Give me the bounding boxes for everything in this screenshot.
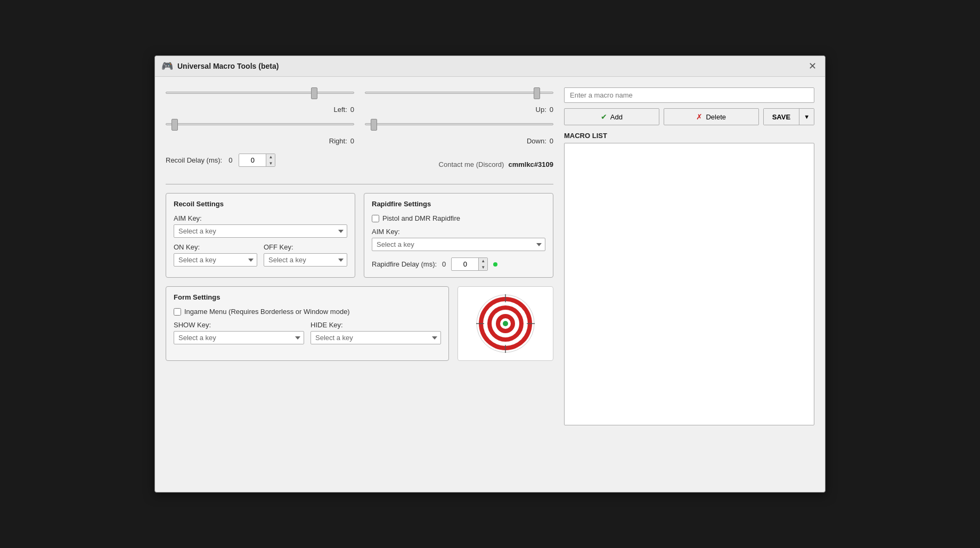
left-slider[interactable] <box>166 87 354 98</box>
rapidfire-delay-val1: 0 <box>442 260 446 268</box>
left-slider-container <box>166 87 354 103</box>
x-icon: ✗ <box>696 112 703 121</box>
up-slider-label-row: Up: 0 <box>365 106 553 114</box>
form-settings-box: Form Settings Ingame Menu (Requires Bord… <box>166 286 449 361</box>
rapidfire-delay-spinbox: ▲ ▼ <box>451 257 488 271</box>
delete-button[interactable]: ✗ Delete <box>664 108 759 125</box>
svg-point-7 <box>503 321 508 326</box>
delay-contact-row: Recoil Delay (ms): 0 ▲ ▼ Contact me (Dis… <box>166 154 553 175</box>
macro-list-area <box>564 143 814 425</box>
down-slider[interactable] <box>365 119 553 130</box>
target-image <box>458 286 553 361</box>
hide-key-select[interactable]: Select a key F1 F2 <box>311 331 441 344</box>
right-slider-container <box>166 119 354 135</box>
rapidfire-settings-title: Rapidfire Settings <box>372 200 545 208</box>
save-button[interactable]: SAVE <box>764 109 799 125</box>
right-value: 0 <box>350 137 354 145</box>
up-slider[interactable] <box>365 87 553 98</box>
recoil-aim-key-select[interactable]: Select a key Left Mouse Right Mouse Midd… <box>174 224 347 238</box>
title-bar-left: 🎮 Universal Macro Tools (beta) <box>161 60 279 72</box>
rapidfire-delay-label: Rapidfire Delay (ms): <box>372 260 437 268</box>
delete-label: Delete <box>706 113 726 121</box>
macro-list-label: MACRO LIST <box>564 132 814 140</box>
left-label: Left: <box>333 106 347 114</box>
off-key-label: OFF Key: <box>264 243 347 251</box>
slider-row-2: Right: 0 Down: 0 <box>166 119 553 145</box>
right-slider-label-row: Right: 0 <box>166 137 354 145</box>
rapidfire-spinbox-buttons: ▲ ▼ <box>478 258 487 270</box>
rapidfire-spinbox-down-btn[interactable]: ▼ <box>479 264 487 271</box>
target-svg <box>471 292 540 356</box>
app-icon: 🎮 <box>161 60 173 72</box>
spinbox-down-btn[interactable]: ▼ <box>266 160 275 167</box>
right-label: Right: <box>329 137 347 145</box>
rapidfire-spinbox-up-btn[interactable]: ▲ <box>479 258 487 264</box>
left-slider-group: Left: 0 <box>166 87 354 114</box>
green-indicator <box>493 262 497 267</box>
close-button[interactable]: ✕ <box>806 61 819 71</box>
on-key-label: ON Key: <box>174 243 257 251</box>
on-key-select[interactable]: Select a key F1 F2 <box>174 253 257 267</box>
down-label: Down: <box>527 137 546 145</box>
macro-buttons-row: ✔ Add ✗ Delete SAVE ▼ <box>564 108 814 125</box>
on-off-row: ON Key: Select a key F1 F2 OFF Key: Sele… <box>174 243 347 267</box>
recoil-delay-row: Recoil Delay (ms): 0 ▲ ▼ <box>166 154 275 167</box>
settings-row: Recoil Settings AIM Key: Select a key Le… <box>166 193 553 278</box>
add-button[interactable]: ✔ Add <box>564 108 659 125</box>
macro-name-input[interactable] <box>564 87 814 103</box>
left-value: 0 <box>350 106 354 114</box>
sliders-section: Left: 0 Up: 0 <box>166 87 553 145</box>
off-key-select[interactable]: Select a key F1 F2 <box>264 253 347 267</box>
right-slider[interactable] <box>166 119 354 130</box>
down-slider-label-row: Down: 0 <box>365 137 553 145</box>
ingame-menu-label: Ingame Menu (Requires Borderless or Wind… <box>184 308 350 316</box>
down-value: 0 <box>550 137 553 145</box>
spinbox-up-btn[interactable]: ▲ <box>266 154 275 160</box>
save-group: SAVE ▼ <box>763 108 814 125</box>
slider-row-1: Left: 0 Up: 0 <box>166 87 553 114</box>
spinbox-buttons: ▲ ▼ <box>266 154 275 166</box>
left-slider-label-row: Left: 0 <box>166 106 354 114</box>
up-slider-container <box>365 87 553 103</box>
window-title: Universal Macro Tools (beta) <box>177 62 279 70</box>
show-hide-row: SHOW Key: Select a key F1 F2 HIDE Key: S… <box>174 321 441 344</box>
rapidfire-checkbox-label: Pistol and DMR Rapidfire <box>382 214 460 222</box>
divider <box>166 184 553 184</box>
right-panel: ✔ Add ✗ Delete SAVE ▼ MACRO LIST <box>564 87 814 425</box>
show-key-group: SHOW Key: Select a key F1 F2 <box>174 321 304 344</box>
main-window: 🎮 Universal Macro Tools (beta) ✕ Left: <box>154 55 826 493</box>
save-dropdown-button[interactable]: ▼ <box>799 109 814 125</box>
form-settings-title: Form Settings <box>174 293 441 301</box>
rapidfire-aim-key-select[interactable]: Select a key Left Mouse Right Mouse <box>372 238 545 251</box>
rapidfire-delay-input[interactable] <box>452 259 478 269</box>
title-bar: 🎮 Universal Macro Tools (beta) ✕ <box>155 56 825 77</box>
show-key-label: SHOW Key: <box>174 321 304 329</box>
recoil-settings-box: Recoil Settings AIM Key: Select a key Le… <box>166 193 355 278</box>
rapidfire-checkbox-row: Pistol and DMR Rapidfire <box>372 214 545 222</box>
rapidfire-aim-key-label: AIM Key: <box>372 228 545 236</box>
check-icon: ✔ <box>601 112 607 121</box>
add-label: Add <box>610 113 623 121</box>
recoil-delay-spinbox: ▲ ▼ <box>239 154 275 167</box>
left-panel: Left: 0 Up: 0 <box>166 87 553 425</box>
rapidfire-checkbox[interactable] <box>372 215 379 222</box>
ingame-menu-checkbox-row: Ingame Menu (Requires Borderless or Wind… <box>174 308 441 316</box>
contact-label: Contact me (Discord) <box>439 160 504 168</box>
recoil-delay-label: Recoil Delay (ms): <box>166 156 222 164</box>
hide-key-group: HIDE Key: Select a key F1 F2 <box>311 321 441 344</box>
recoil-aim-key-label: AIM Key: <box>174 214 347 222</box>
ingame-menu-checkbox[interactable] <box>174 308 181 316</box>
down-slider-container <box>365 119 553 135</box>
recoil-settings-title: Recoil Settings <box>174 200 347 208</box>
up-slider-group: Up: 0 <box>365 87 553 114</box>
down-slider-group: Down: 0 <box>365 119 553 145</box>
rapidfire-settings-box: Rapidfire Settings Pistol and DMR Rapidf… <box>364 193 553 278</box>
up-label: Up: <box>536 106 546 114</box>
right-slider-group: Right: 0 <box>166 119 354 145</box>
hide-key-label: HIDE Key: <box>311 321 441 329</box>
show-key-select[interactable]: Select a key F1 F2 <box>174 331 304 344</box>
content-area: Left: 0 Up: 0 <box>155 77 825 436</box>
recoil-delay-input[interactable] <box>239 155 266 165</box>
on-key-group: ON Key: Select a key F1 F2 <box>174 243 257 267</box>
contact-value: cmmlkc#3109 <box>508 160 553 168</box>
